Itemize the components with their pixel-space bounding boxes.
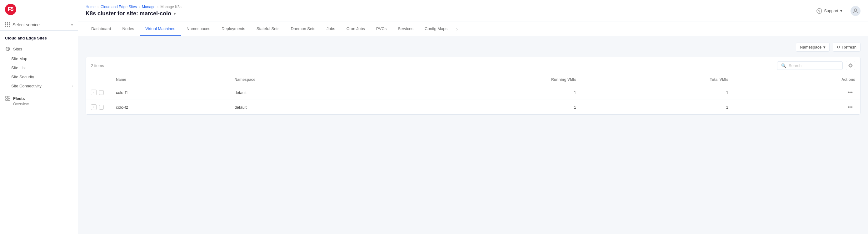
fleets-icon [5, 96, 11, 101]
search-input[interactable] [788, 63, 839, 68]
svg-rect-4 [8, 96, 10, 98]
tab-services[interactable]: Services [392, 22, 419, 36]
support-button[interactable]: Support ▾ [813, 6, 845, 16]
tab-virtual-machines[interactable]: Virtual Machines [140, 22, 181, 36]
row-actions-button[interactable]: ••• [845, 104, 855, 110]
content-area: Namespace ▾ ↻ Refresh 2 items 🔍 [78, 36, 868, 234]
tab-cron-jobs[interactable]: Cron Jobs [341, 22, 371, 36]
col-actions: Actions [733, 74, 860, 85]
content-toolbar: Namespace ▾ ↻ Refresh [86, 43, 861, 52]
col-namespace: Namespace [229, 74, 394, 85]
fleets-group-label: Fleets [13, 96, 25, 101]
sidebar-group-fleets[interactable]: Fleets Overview [0, 93, 78, 109]
search-box[interactable]: 🔍 [777, 61, 843, 70]
breadcrumb-cloud-edge[interactable]: Cloud and Edge Sites [101, 5, 137, 9]
svg-point-9 [850, 65, 851, 66]
service-selector-label: Select service [12, 22, 40, 27]
items-count: 2 items [91, 63, 104, 68]
cell-running-vmis: 1 [394, 100, 581, 115]
vm-table: Name Namespace Running VMIs Total VMIs [86, 74, 860, 114]
table-row: › colo-f1 default 1 1 ••• [86, 85, 860, 100]
breadcrumb-manage[interactable]: Manage [142, 5, 155, 9]
cell-name: colo-f2 [111, 100, 229, 115]
sidebar-top: F5 [0, 0, 78, 19]
site-connectivity-chevron: › [72, 84, 73, 88]
main-content: Home › Cloud and Edge Sites › Manage › M… [78, 0, 868, 234]
svg-rect-6 [8, 99, 10, 101]
svg-point-7 [817, 8, 822, 14]
col-total-vmis: Total VMIs [581, 74, 733, 85]
row-expand-button[interactable]: › [91, 89, 97, 95]
tab-namespaces[interactable]: Namespaces [181, 22, 216, 36]
row-checkbox[interactable] [99, 90, 104, 95]
namespace-button[interactable]: Namespace ▾ [796, 43, 830, 52]
tab-dashboard[interactable]: Dashboard [86, 22, 117, 36]
svg-point-8 [854, 9, 857, 11]
top-bar: Home › Cloud and Edge Sites › Manage › M… [78, 0, 868, 22]
tab-pvcs[interactable]: PVCs [371, 22, 392, 36]
grid-icon [5, 22, 10, 27]
sites-group-label: Sites [13, 47, 22, 51]
sidebar-nav: Cloud and Edge Sites Sites Site Map Site… [0, 31, 78, 234]
row-checkbox[interactable] [99, 105, 104, 110]
row-actions-button[interactable]: ••• [845, 89, 855, 96]
cell-name: colo-f1 [111, 85, 229, 100]
svg-rect-5 [6, 99, 7, 101]
sidebar-item-site-connectivity[interactable]: Site Connectivity › [0, 81, 78, 90]
tabs-bar: Dashboard Nodes Virtual Machines Namespa… [78, 22, 868, 36]
sidebar-group-sites[interactable]: Sites [0, 44, 78, 54]
settings-icon [848, 63, 853, 68]
sidebar-item-site-list[interactable]: Site List [0, 63, 78, 72]
user-avatar[interactable] [850, 6, 861, 16]
svg-rect-3 [6, 96, 7, 98]
breadcrumb-manage-k8s: Manage K8s [160, 5, 181, 9]
table-settings-button[interactable] [846, 61, 855, 70]
sidebar-section-title: Cloud and Edge Sites [0, 36, 78, 44]
breadcrumb-home[interactable]: Home [86, 5, 96, 9]
sidebar-item-site-map[interactable]: Site Map [0, 54, 78, 63]
search-icon: 🔍 [781, 63, 786, 68]
cell-namespace: default [229, 100, 394, 115]
cell-total-vmis: 1 [581, 100, 733, 115]
refresh-button[interactable]: ↻ Refresh [833, 43, 861, 52]
cell-running-vmis: 1 [394, 85, 581, 100]
tab-jobs[interactable]: Jobs [321, 22, 341, 36]
breadcrumb: Home › Cloud and Edge Sites › Manage › M… [86, 5, 182, 9]
row-expand-button[interactable]: › [91, 104, 97, 110]
page-title: K8s cluster for site: marcel-colo ▾ [86, 10, 182, 17]
page-title-chevron[interactable]: ▾ [174, 11, 176, 16]
tab-deployments[interactable]: Deployments [216, 22, 251, 36]
tab-nodes[interactable]: Nodes [117, 22, 140, 36]
sites-icon [5, 46, 11, 52]
table-card: 2 items 🔍 [86, 57, 861, 115]
table-header-bar: 2 items 🔍 [86, 57, 860, 74]
fleets-sub-label: Overview [5, 102, 73, 106]
cell-total-vmis: 1 [581, 85, 733, 100]
col-controls [86, 74, 111, 85]
tab-config-maps[interactable]: Config Maps [419, 22, 453, 36]
service-selector-chevron: ▾ [71, 23, 73, 27]
tab-daemon-sets[interactable]: Daemon Sets [285, 22, 321, 36]
tab-stateful-sets[interactable]: Stateful Sets [251, 22, 285, 36]
cell-namespace: default [229, 85, 394, 100]
f5-logo: F5 [5, 4, 16, 15]
col-name: Name [111, 74, 229, 85]
service-selector[interactable]: Select service ▾ [0, 19, 78, 31]
sidebar-item-site-security[interactable]: Site Security [0, 72, 78, 81]
sidebar: F5 Select service ▾ Cloud and Edge Sites [0, 0, 78, 234]
tabs-more-button[interactable]: › [453, 22, 461, 36]
table-row: › colo-f2 default 1 1 ••• [86, 100, 860, 115]
refresh-icon: ↻ [837, 45, 840, 50]
col-running-vmis: Running VMIs [394, 74, 581, 85]
support-icon [816, 8, 822, 14]
